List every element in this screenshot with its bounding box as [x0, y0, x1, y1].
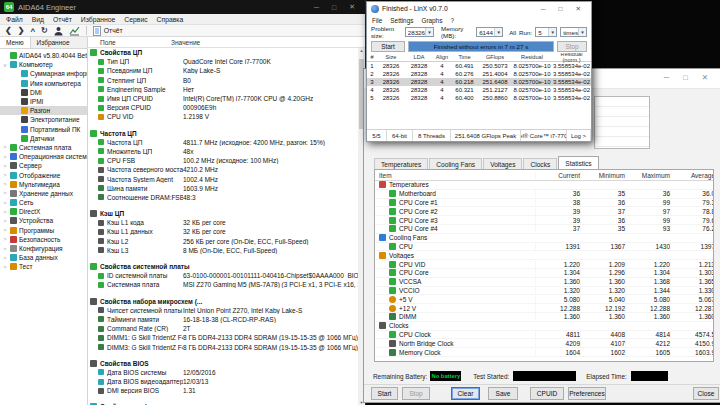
tree-item[interactable]: >Мультимедиа	[0, 180, 87, 189]
refresh-icon[interactable]: ↻	[41, 26, 48, 36]
menu-item[interactable]: Сервис	[124, 16, 147, 23]
property-row[interactable]: CPU VID1.2198 V	[88, 112, 358, 121]
property-row[interactable]: Системная платаMSI Z270 Gaming M5 (MS-7A…	[88, 280, 358, 289]
column-header[interactable]: GFlops	[478, 54, 512, 60]
table-row[interactable]: 22832628328460.276251.40048.025700e-103.…	[367, 70, 591, 78]
field-column-header[interactable]: Поле	[88, 39, 171, 46]
tree-item[interactable]: >Тест	[0, 262, 87, 271]
sensor-row[interactable]: CPU Clock4811440848144574.5	[375, 331, 713, 340]
property-row[interactable]: Степпинг ЦПB0	[88, 76, 358, 85]
tab-cooling-fans[interactable]: Cooling Fans	[429, 158, 482, 169]
menu-item[interactable]: Вид	[32, 16, 44, 23]
tree-item[interactable]: vКомпьютер	[0, 60, 87, 69]
tree-item[interactable]: >Сеть	[0, 198, 87, 207]
tree-item[interactable]: >Программы	[0, 226, 87, 235]
tree-item[interactable]: >DirectX	[0, 207, 87, 216]
property-row[interactable]: Тайминги памяти16-18-18-38 (CL-RCD-RP-RA…	[88, 315, 358, 324]
tree-item[interactable]: DMI	[0, 88, 87, 97]
sensor-row[interactable]: Motherboard36353636.0	[375, 190, 713, 199]
close-button[interactable]: Close	[693, 387, 719, 400]
tree-item[interactable]: IPMI	[0, 97, 87, 106]
up-icon[interactable]: ˄	[30, 26, 35, 36]
sensor-row[interactable]: Memory Clock1604160216051603.9	[375, 348, 713, 357]
sensor-row[interactable]: North Bridge Clock4209410742124150.9	[375, 339, 713, 348]
property-row[interactable]: Кэш L2256 КБ per core (On-Die, ECC, Full…	[88, 237, 358, 246]
tab-clocks[interactable]: Clocks	[523, 158, 557, 169]
table-row[interactable]: 42832628328460.321251.21278.025700e-103.…	[367, 86, 591, 94]
maximize-icon[interactable]: □	[332, 4, 336, 11]
sensor-row[interactable]: VCCIO1.3201.3201.3441.330	[375, 287, 713, 296]
sensor-group-row[interactable]: Voltages	[375, 251, 713, 260]
tree-item[interactable]: >Системная плата	[0, 143, 87, 152]
sensor-group-row[interactable]: Clocks	[375, 322, 713, 331]
column-header[interactable]: Item	[375, 172, 535, 179]
property-row[interactable]: Частота северного моста4210.2 MHz	[88, 165, 358, 174]
column-header[interactable]: LDA	[405, 54, 433, 60]
property-row[interactable]: Кэш L1 кода32 КБ per core	[88, 218, 358, 227]
tree-item[interactable]: >База данных	[0, 253, 87, 262]
sensor-row[interactable]: CPU Core #339369979.6	[375, 216, 713, 225]
sensor-row[interactable]: CPU Core #138369979.3	[375, 199, 713, 208]
column-header[interactable]: Align	[433, 54, 451, 60]
sensor-group-row[interactable]: Cooling Fans	[375, 234, 713, 243]
tree-item[interactable]: >Конфигурация	[0, 244, 87, 253]
property-row[interactable]: Чипсет системной платыIntel Union Point …	[88, 306, 358, 315]
tree-item[interactable]: >Отображение	[0, 170, 87, 179]
column-header[interactable]: Residual	[512, 54, 552, 60]
sensor-row[interactable]: +5 V5.0805.0405.0805.067	[375, 295, 713, 304]
tree-item[interactable]: Электропитание	[0, 115, 87, 124]
column-header[interactable]: Current	[535, 172, 580, 179]
maximize-icon[interactable]: □	[559, 5, 563, 12]
column-header[interactable]: Size	[377, 54, 405, 60]
table-row[interactable]: 52832628328460.400250.88608.025700e-103.…	[367, 94, 591, 102]
property-row[interactable]: Тип ЦПQuadCore Intel Core i7-7700K	[88, 57, 358, 66]
property-row[interactable]: Версия CPUID000906E9h	[88, 103, 358, 112]
minimize-icon[interactable]: ─	[664, 73, 669, 82]
property-row[interactable]: CPU FSB100.2 MHz (исходное: 100 MHz)	[88, 156, 358, 165]
memory-select[interactable]: 6144▼	[476, 27, 503, 37]
column-header[interactable]: #	[367, 54, 377, 60]
property-row[interactable]: Кэш L38 МБ (On-Die, ECC, Full-Speed)	[88, 246, 358, 255]
start-button[interactable]: Start	[371, 41, 405, 52]
menu-item[interactable]: File	[372, 17, 382, 24]
menu-item[interactable]: Файл	[6, 16, 23, 23]
property-row[interactable]: DIMM3: G Skill TridentZ F4-3...8 ГБ DDR4…	[88, 342, 358, 351]
close-icon[interactable]: ✕	[349, 3, 355, 11]
aida64-titlebar[interactable]: 64 AIDA64 Engineer ─ □ ✕	[0, 0, 365, 14]
tree-item[interactable]: >Устройства	[0, 216, 87, 225]
tab-statistics[interactable]: Statistics	[558, 156, 598, 169]
tree-item[interactable]: >Сервер	[0, 161, 87, 170]
property-row[interactable]: Дата BIOS видеоадаптера12/03/13	[88, 377, 358, 386]
sensor-row[interactable]: +12 V12.28812.19212.28812.287	[375, 304, 713, 313]
tree-item[interactable]: Датчики	[0, 134, 87, 143]
sensor-row[interactable]: VCCSA1.3601.3601.3681.365	[375, 278, 713, 287]
table-row[interactable]: 12832628328460.491250.50738.025700e-103.…	[367, 62, 591, 70]
close-icon[interactable]: ✕	[576, 5, 581, 13]
tab-temperatures[interactable]: Temperatures	[374, 158, 428, 169]
preferences-button[interactable]: Preferences	[568, 387, 606, 400]
property-row[interactable]: Частота System Agent1002.4 MHz	[88, 174, 358, 183]
back-icon[interactable]: ❮	[5, 26, 12, 36]
problem-size-select[interactable]: 28326▼	[405, 27, 434, 37]
column-header[interactable]: Time	[451, 54, 478, 60]
sensor-row[interactable]: CPU Core #239379778.8	[375, 207, 713, 216]
menu-item[interactable]: Graphs	[421, 17, 442, 24]
sensor-group-row[interactable]: Temperatures	[375, 181, 713, 190]
sensor-row[interactable]: CPU Core #437359376.2	[375, 225, 713, 234]
property-row[interactable]: DMI версия BIOS1.31	[88, 386, 358, 395]
report-button[interactable]: Отчёт	[93, 26, 123, 36]
property-row[interactable]: Множитель ЦП48x	[88, 147, 358, 156]
property-row[interactable]: Дата BIOS системы12/05/2016	[88, 368, 358, 377]
times-select[interactable]: times▼	[560, 27, 587, 37]
minimize-icon[interactable]: ─	[541, 5, 546, 12]
clear-button[interactable]: Clear	[451, 387, 480, 400]
linx-titlebar[interactable]: Finished - LinX v0.7.0 ─ □ ✕	[367, 2, 591, 15]
tree-item[interactable]: Разгон	[0, 106, 87, 115]
start-button[interactable]: Start	[371, 387, 398, 400]
property-row[interactable]: Имя ЦП CPUIDIntel(R) Core(TM) i7-7700K C…	[88, 94, 358, 103]
sidebar-tab[interactable]: Меню	[0, 37, 31, 48]
tree-item[interactable]: Суммарная информация	[0, 69, 87, 78]
menu-item[interactable]: ?	[450, 17, 454, 24]
value-column-header[interactable]: Значение	[171, 39, 200, 46]
sensor-row[interactable]: CPU VID1.2201.2091.2201.213	[375, 260, 713, 269]
